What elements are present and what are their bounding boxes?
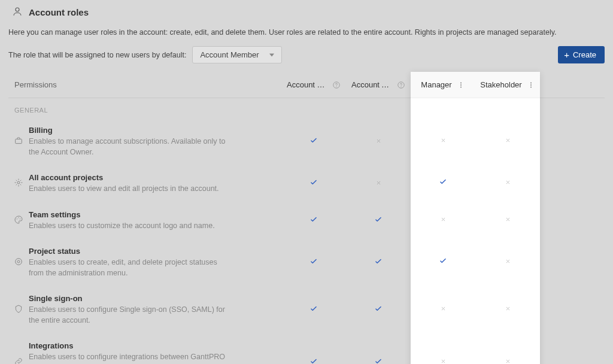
permission-value [281,117,346,165]
kebab-icon[interactable] [527,81,535,89]
permission-value[interactable] [411,165,475,202]
permission-value [540,238,605,286]
permission-value [346,333,411,364]
page-header: Account roles [0,0,613,23]
permission-value[interactable] [411,333,475,364]
permission-value [281,286,346,333]
permission-value [346,238,411,286]
permission-value [346,202,411,239]
permission-value[interactable] [411,202,475,239]
link-icon [8,333,29,364]
permission-value[interactable] [475,238,540,286]
permissions-header: Permissions [8,72,281,98]
permission-value [281,238,346,286]
kebab-icon[interactable] [457,81,465,89]
permission-value [281,202,346,239]
permission-title: Project status [29,247,277,256]
permission-value[interactable] [475,117,540,165]
permission-value [346,286,411,333]
plus-icon: + [564,50,569,59]
default-role-select[interactable]: Account Member [192,46,282,63]
permission-value[interactable] [411,238,475,286]
permission-desc: Enables users to view and edit all proje… [29,184,232,195]
permission-value [346,117,411,165]
help-icon[interactable] [397,81,405,89]
permission-value[interactable] [475,202,540,239]
role-header-stakeholder [540,72,605,98]
account-roles-icon [12,6,23,19]
permission-value[interactable] [475,286,540,333]
permission-value [540,165,605,202]
palette-icon [8,202,29,239]
permission-title: Billing [29,126,277,135]
role-header-admin: Account Ad… [346,72,411,98]
section-general: GENERAL [8,98,605,118]
create-button[interactable]: + Create [558,46,605,63]
permission-desc: Enables users to configure Single sign-o… [29,305,232,326]
permission-desc: Enables users to customize the account l… [29,221,232,232]
shield-icon [8,286,29,333]
role-header-owner: Account Ow… [281,72,346,98]
permission-value[interactable] [475,165,540,202]
permission-value [281,333,346,364]
permission-value [540,202,605,239]
role-header-manager-panel: Manager [411,72,475,98]
permission-value [540,117,605,165]
default-role-selected: Account Member [200,50,259,59]
briefcase-icon [8,117,29,165]
page-description: Here you can manage user roles in the ac… [0,23,613,44]
status-icon [8,238,29,286]
controls-row: The role that will be assigned to new us… [0,44,613,72]
role-header-stakeholder-panel: Stakeholder [475,72,540,98]
permission-desc: Enables users to configure integrations … [29,352,232,364]
page-title: Account roles [29,7,89,17]
help-icon[interactable] [332,81,341,89]
permission-value[interactable] [475,333,540,364]
permission-value [540,286,605,333]
permission-title: Team settings [29,210,277,219]
permission-desc: Enables users to create, edit, and delet… [29,257,232,278]
default-role-label: The role that will be assigned to new us… [8,51,186,59]
permission-value[interactable] [411,286,475,333]
permission-title: Integrations [29,341,277,350]
create-button-label: Create [573,50,596,59]
permission-value [540,333,605,364]
permission-desc: Enables to manage account subscriptions.… [29,136,232,157]
permission-title: All account projects [29,173,277,182]
permission-value[interactable] [411,117,475,165]
permission-value [281,165,346,202]
permission-value [346,165,411,202]
gear-icon [8,165,29,202]
permission-title: Single sign-on [29,294,277,303]
